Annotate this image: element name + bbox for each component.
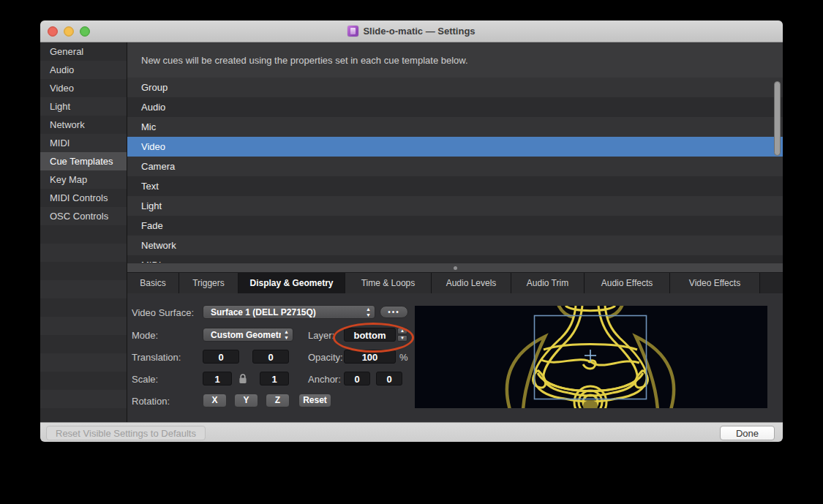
cue-template-row-audio[interactable]: Audio <box>127 97 783 117</box>
tab-audio-effects[interactable]: Audio Effects <box>585 273 670 293</box>
titlebar[interactable]: Slide-o-matic — Settings <box>40 20 783 42</box>
reset-visible-settings-button[interactable]: Reset Visible Settings to Defaults <box>46 426 206 440</box>
app-document-icon <box>347 26 358 37</box>
sidebar-item-osc-controls[interactable]: OSC Controls <box>40 207 127 225</box>
tab-label: Video Effects <box>689 278 740 288</box>
sidebar-item-label: MIDI Controls <box>50 192 108 203</box>
main-area: New cues will be created using the prope… <box>127 42 783 422</box>
tab-audio-trim[interactable]: Audio Trim <box>511 273 585 293</box>
mode-label: Mode: <box>132 328 158 342</box>
sidebar-item-label: Cue Templates <box>50 156 113 167</box>
display-geometry-panel: Video Surface: Surface 1 (DELL P2715Q) ▲… <box>127 293 783 422</box>
opacity-suffix: % <box>399 350 408 364</box>
close-button[interactable] <box>48 26 58 37</box>
tab-triggers[interactable]: Triggers <box>179 273 238 293</box>
layer-field[interactable]: bottom <box>344 328 396 342</box>
tab-label: Time & Loops <box>361 278 416 288</box>
more-options-button[interactable]: ••• <box>380 306 408 318</box>
scale-lock-button[interactable] <box>238 372 248 385</box>
layer-stepper: ▲ ▼ <box>397 328 407 342</box>
rotation-x-button[interactable]: X <box>203 394 227 407</box>
sidebar-item-general[interactable]: General <box>40 42 127 61</box>
tab-time-loops[interactable]: Time & Loops <box>345 273 432 293</box>
scrollbar[interactable] <box>773 78 781 263</box>
translation-x-field[interactable]: 0 <box>203 350 239 364</box>
tab-display-geometry[interactable]: Display & Geometry <box>238 273 345 293</box>
tabbar-filler <box>760 273 783 293</box>
cue-template-row-group[interactable]: Group <box>127 78 783 97</box>
layer-stepper-down-button[interactable]: ▼ <box>397 335 407 342</box>
cue-template-row-midi[interactable]: MIDI <box>127 255 783 263</box>
cue-template-row-video[interactable]: Video <box>127 137 783 157</box>
tab-video-effects[interactable]: Video Effects <box>670 273 760 293</box>
sidebar-item-label: General <box>50 46 83 57</box>
video-surface-label: Video Surface: <box>132 306 194 320</box>
cue-template-row-mic[interactable]: Mic <box>127 117 783 137</box>
cue-template-label: Text <box>141 181 159 192</box>
tab-label: Basics <box>140 278 165 288</box>
scale-x-field[interactable]: 1 <box>203 372 232 385</box>
layer-stepper-up-button[interactable]: ▲ <box>397 328 407 334</box>
sidebar-item-label: Network <box>50 119 85 130</box>
sidebar-item-audio[interactable]: Audio <box>40 61 127 79</box>
video-surface-value: Surface 1 (DELL P2715Q) <box>211 307 316 317</box>
note-text: New cues will be created using the prope… <box>141 55 468 66</box>
splitter-dot-icon <box>454 266 457 270</box>
tab-audio-levels[interactable]: Audio Levels <box>432 273 511 293</box>
cue-template-label: Audio <box>141 102 165 113</box>
rotation-z-button[interactable]: Z <box>266 394 290 407</box>
cue-template-label: Group <box>141 82 168 93</box>
cue-template-label: Camera <box>141 161 175 172</box>
tab-label: Audio Effects <box>601 278 653 288</box>
translation-label: Translation: <box>132 350 181 364</box>
sidebar-item-light[interactable]: Light <box>40 97 127 116</box>
flask-artwork <box>415 306 767 408</box>
tab-basics[interactable]: Basics <box>127 273 179 293</box>
geometry-preview[interactable] <box>415 306 767 408</box>
cue-template-label: Light <box>141 200 162 211</box>
settings-sidebar: General Audio Video Light Network MIDI C… <box>40 42 127 422</box>
sidebar-item-cue-templates[interactable]: Cue Templates <box>40 152 127 170</box>
sidebar-item-midi[interactable]: MIDI <box>40 134 127 152</box>
tab-label: Audio Levels <box>446 278 497 288</box>
footer-bar: Reset Visible Settings to Defaults Done <box>40 422 783 442</box>
title-group: Slide-o-matic — Settings <box>347 26 475 37</box>
anchor-y-field[interactable]: 0 <box>376 372 402 385</box>
sidebar-item-label: MIDI <box>50 138 69 148</box>
sidebar-item-network[interactable]: Network <box>40 116 127 134</box>
cue-template-row-text[interactable]: Text <box>127 176 783 196</box>
video-surface-dropdown[interactable]: Surface 1 (DELL P2715Q) ▲▼ <box>203 305 375 319</box>
rotation-reset-button[interactable]: Reset <box>298 394 331 407</box>
splitter-handle[interactable] <box>127 263 783 273</box>
translation-y-field[interactable]: 0 <box>252 350 289 364</box>
tab-label: Triggers <box>192 278 225 288</box>
cue-template-row-fade[interactable]: Fade <box>127 216 783 236</box>
padlock-icon <box>238 373 247 384</box>
sidebar-item-label: Light <box>50 101 70 112</box>
anchor-x-field[interactable]: 0 <box>344 372 370 385</box>
cue-template-label: MIDI <box>141 260 161 263</box>
stepper-updown-icon: ▲▼ <box>284 329 289 341</box>
zoom-button[interactable] <box>80 26 90 37</box>
traffic-lights <box>48 20 90 42</box>
cue-template-row-camera[interactable]: Camera <box>127 157 783 176</box>
cue-template-row-network[interactable]: Network <box>127 236 783 255</box>
cue-template-label: Fade <box>141 220 163 231</box>
stepper-updown-icon: ▲▼ <box>366 306 371 318</box>
scale-label: Scale: <box>132 372 158 386</box>
sidebar-item-video[interactable]: Video <box>40 79 127 97</box>
scrollbar-thumb[interactable] <box>774 81 781 156</box>
minimize-button[interactable] <box>64 26 74 37</box>
anchor-label: Anchor: <box>308 372 341 386</box>
mode-dropdown[interactable]: Custom Geometry ▲▼ <box>203 328 293 342</box>
rotation-y-button[interactable]: Y <box>234 394 258 407</box>
layer-label: Layer: <box>308 328 334 342</box>
opacity-field[interactable]: 100 <box>344 350 396 364</box>
sidebar-item-key-map[interactable]: Key Map <box>40 170 127 189</box>
cue-template-label: Network <box>141 240 176 251</box>
sidebar-item-midi-controls[interactable]: MIDI Controls <box>40 189 127 207</box>
scale-y-field[interactable]: 1 <box>260 372 289 385</box>
cue-template-row-light[interactable]: Light <box>127 196 783 216</box>
cue-template-list: Group Audio Mic Video Camera Text Light … <box>127 78 783 263</box>
done-button[interactable]: Done <box>720 426 775 440</box>
